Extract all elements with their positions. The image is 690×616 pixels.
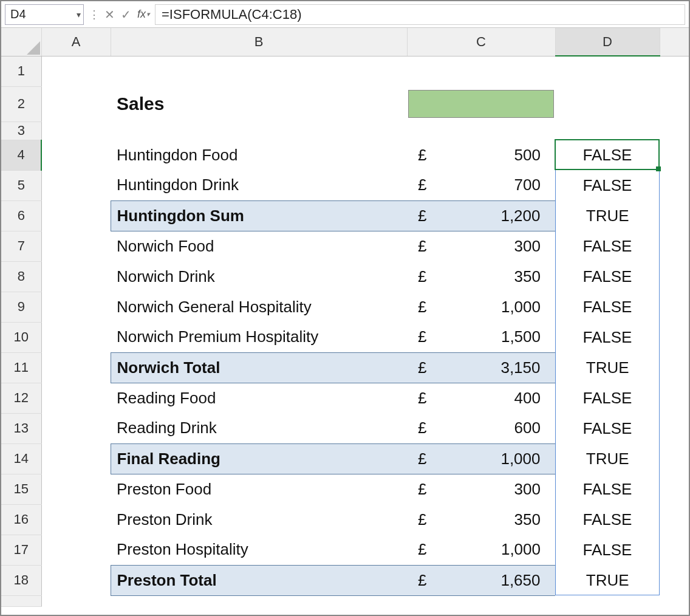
row-header[interactable]: 17 <box>1 535 41 565</box>
chevron-down-icon[interactable]: ▾ <box>77 10 81 19</box>
cell-b6[interactable]: Huntingdon Sum <box>111 200 407 231</box>
cell-a5[interactable] <box>41 170 111 200</box>
cell-d18[interactable]: TRUE <box>555 565 660 595</box>
cell-a14[interactable] <box>41 443 111 474</box>
cell-a9[interactable] <box>41 292 111 322</box>
cell-c18[interactable]: £1,650 <box>407 565 555 595</box>
cell-a3[interactable] <box>41 121 111 140</box>
cell-c12[interactable]: £400 <box>407 383 555 413</box>
col-header-d[interactable]: D <box>555 28 660 56</box>
fx-icon[interactable]: fx▾ <box>136 8 151 21</box>
cell-b7[interactable]: Norwich Food <box>111 231 407 261</box>
col-header-b[interactable]: B <box>111 28 407 56</box>
row-header[interactable]: 9 <box>1 292 41 322</box>
row-header[interactable]: 12 <box>1 383 41 413</box>
cell-a7[interactable] <box>41 231 111 261</box>
row-header[interactable]: 5 <box>1 170 41 200</box>
row-header[interactable]: 14 <box>1 443 41 474</box>
select-all-cell[interactable] <box>1 28 41 56</box>
row-header[interactable]: 3 <box>1 121 41 140</box>
cell-a8[interactable] <box>41 261 111 292</box>
cell-a15[interactable] <box>41 474 111 504</box>
cell-b10[interactable]: Norwich Premium Hospitality <box>111 322 407 352</box>
cell-d5[interactable]: FALSE <box>555 170 660 200</box>
cell-a18[interactable] <box>41 565 111 595</box>
cell-c6[interactable]: £1,200 <box>407 200 555 231</box>
row-header[interactable]: 8 <box>1 261 41 292</box>
cell-d17[interactable]: FALSE <box>555 535 660 565</box>
cell-c4[interactable]: £500 <box>407 140 555 170</box>
cell-b4[interactable]: Huntingdon Food <box>111 140 407 170</box>
col-header-a[interactable]: A <box>41 28 111 56</box>
cell-c11[interactable]: £3,150 <box>407 352 555 383</box>
cell-c2[interactable] <box>407 86 555 121</box>
cell-d14[interactable]: TRUE <box>555 443 660 474</box>
cell-d3[interactable] <box>555 121 660 140</box>
row-header[interactable]: 13 <box>1 413 41 443</box>
cell-c17[interactable]: £1,000 <box>407 535 555 565</box>
cell-a6[interactable] <box>41 200 111 231</box>
cell-c1[interactable] <box>407 56 555 86</box>
cell-d2[interactable] <box>555 86 660 121</box>
cell-b5[interactable]: Huntingdon Drink <box>111 170 407 200</box>
cell-d16[interactable]: FALSE <box>555 504 660 535</box>
cell-c9[interactable]: £1,000 <box>407 292 555 322</box>
enter-icon[interactable]: ✓ <box>120 7 132 22</box>
cell-d9[interactable]: FALSE <box>555 292 660 322</box>
cell-d15[interactable]: FALSE <box>555 474 660 504</box>
cell-b3[interactable] <box>111 121 407 140</box>
cell-a4[interactable] <box>41 140 111 170</box>
cell-b9[interactable]: Norwich General Hospitality <box>111 292 407 322</box>
cell-b18[interactable]: Preston Total <box>111 565 407 595</box>
row-header[interactable]: 2 <box>1 86 41 121</box>
row-header[interactable]: 11 <box>1 352 41 383</box>
cell-d11[interactable]: TRUE <box>555 352 660 383</box>
cell-d8[interactable]: FALSE <box>555 261 660 292</box>
cell-c14[interactable]: £1,000 <box>407 443 555 474</box>
cell-c10[interactable]: £1,500 <box>407 322 555 352</box>
cell-d1[interactable] <box>555 56 660 86</box>
cell-d12[interactable]: FALSE <box>555 383 660 413</box>
cell-a1[interactable] <box>41 56 111 86</box>
cell-c15[interactable]: £300 <box>407 474 555 504</box>
cell-d4[interactable]: FALSE <box>555 140 660 170</box>
cell-c16[interactable]: £350 <box>407 504 555 535</box>
cell-b11[interactable]: Norwich Total <box>111 352 407 383</box>
row-header[interactable]: 10 <box>1 322 41 352</box>
cell-b15[interactable]: Preston Food <box>111 474 407 504</box>
row-header[interactable]: 6 <box>1 200 41 231</box>
cell-b16[interactable]: Preston Drink <box>111 504 407 535</box>
cell-b14[interactable]: Final Reading <box>111 443 407 474</box>
cell-c13[interactable]: £600 <box>407 413 555 443</box>
cell-b17[interactable]: Preston Hospitality <box>111 535 407 565</box>
cell-a12[interactable] <box>41 383 111 413</box>
cell-a2[interactable] <box>41 86 111 121</box>
row-header[interactable]: 1 <box>1 56 41 86</box>
cell-d7[interactable]: FALSE <box>555 231 660 261</box>
row-header[interactable]: 4 <box>1 140 41 170</box>
cell-b8[interactable]: Norwich Drink <box>111 261 407 292</box>
row-header[interactable]: 18 <box>1 565 41 595</box>
cell-a11[interactable] <box>41 352 111 383</box>
row-header[interactable] <box>1 595 41 606</box>
cell-c5[interactable]: £700 <box>407 170 555 200</box>
cell-b13[interactable]: Reading Drink <box>111 413 407 443</box>
resize-handle-icon[interactable]: ⋮ <box>87 8 100 21</box>
cell-c8[interactable]: £350 <box>407 261 555 292</box>
cancel-icon[interactable]: ✕ <box>103 7 116 22</box>
cell-d10[interactable]: FALSE <box>555 322 660 352</box>
row-header[interactable]: 16 <box>1 504 41 535</box>
cell-b12[interactable]: Reading Food <box>111 383 407 413</box>
formula-input[interactable]: =ISFORMULA(C4:C18) <box>155 4 685 25</box>
row-header[interactable]: 15 <box>1 474 41 504</box>
col-header-c[interactable]: C <box>407 28 555 56</box>
cell-a16[interactable] <box>41 504 111 535</box>
cell-c3[interactable] <box>407 121 555 140</box>
cell-a13[interactable] <box>41 413 111 443</box>
cell-b1[interactable] <box>111 56 407 86</box>
cell-a17[interactable] <box>41 535 111 565</box>
row-header[interactable]: 7 <box>1 231 41 261</box>
cell-a10[interactable] <box>41 322 111 352</box>
cell-b2[interactable]: Sales <box>111 86 407 121</box>
cell-c7[interactable]: £300 <box>407 231 555 261</box>
